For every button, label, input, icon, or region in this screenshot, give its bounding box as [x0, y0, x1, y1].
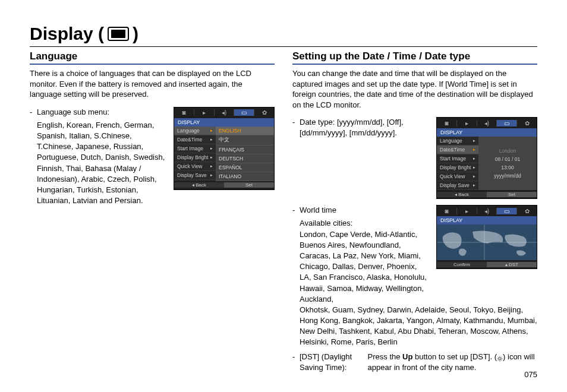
chevron-right-icon: ▸ [473, 174, 475, 179]
language-intro: There is a choice of languages that can … [30, 68, 275, 100]
menu-item: Display Save▸ [174, 171, 216, 180]
tab-settings-icon: ✿ [254, 109, 274, 116]
tab-play-icon: ▸ [457, 120, 477, 127]
menu-item: Display Bright▸ [174, 153, 216, 162]
menu-item: Date&Time▸ [437, 146, 478, 154]
title-suffix: ) [133, 24, 138, 44]
cam-header: DISPLAY [437, 128, 537, 137]
svg-line-9 [501, 361, 502, 361]
cam-body: Language▸ Date&Time▸ Start Image▸ Displa… [174, 127, 274, 181]
tab-display-icon: ▭ [497, 208, 517, 214]
cam-datetime-panel: London 08 / 01 / 01 13:00 yyyy/mm/dd [478, 137, 537, 190]
tab-settings-icon: ✿ [517, 120, 537, 127]
tab-sound-icon: ◂) [477, 208, 497, 214]
cam-header: DISPLAY [174, 118, 274, 127]
cam-tabs: ◙ ▸ ◂) ▭ ✿ [437, 206, 537, 216]
dst-label: [DST] (Daylight Saving Time): [300, 352, 362, 373]
format-value: yyyy/mm/dd [494, 172, 521, 180]
columns: Language There is a choice of languages … [30, 50, 537, 373]
cam-menu: Language▸ Date&Time▸ Start Image▸ Displa… [437, 137, 478, 190]
cities-continued: Okhotsk, Guam, Sydney, Darwin, Adelaide,… [292, 305, 537, 348]
cam-header: DISPLAY [437, 216, 537, 225]
chevron-right-icon: ▸ [473, 156, 475, 161]
tab-play-icon: ▸ [194, 109, 215, 116]
tab-sound-icon: ◂) [215, 109, 235, 116]
tab-camera-icon: ◙ [174, 109, 194, 116]
cam-tabs: ◙ ▸ ◂) ▭ ✿ [174, 108, 274, 118]
available-label: Available cities: [292, 218, 429, 229]
chevron-right-icon: ▸ [210, 128, 213, 133]
menu-item: Quick View▸ [174, 162, 216, 171]
set-button: Set [224, 182, 274, 188]
menu-item: Language▸ [437, 137, 478, 146]
chevron-right-icon: ▸ [210, 164, 213, 169]
monitor-icon [108, 27, 129, 41]
cam-footer: ◂ Back Set [437, 190, 537, 198]
menu-item: Date&Time▸ [174, 135, 216, 144]
title-rule [30, 46, 537, 47]
cities-short: London, Cape Verde, Mid-Atlantic, Buenos… [292, 229, 429, 305]
world-map-icon [437, 225, 537, 260]
tab-settings-icon: ✿ [517, 208, 537, 214]
datetype-label: Date type: [yyyy/mm/dd], [Off], [dd/mm/y… [292, 117, 429, 138]
datetype-text: Date type: [yyyy/mm/dd], [Off], [dd/mm/y… [292, 117, 429, 141]
up-button-ref: Up [402, 352, 412, 361]
world-map-body [437, 225, 537, 260]
date-value: 08 / 01 / 01 [495, 155, 521, 163]
language-heading: Language [30, 50, 275, 65]
time-value: 13:00 [501, 163, 514, 172]
value-item: ESPAÑOL [216, 163, 274, 172]
value-item: ENGLISH [216, 127, 274, 135]
set-button: Set [487, 192, 537, 197]
worldtime-label: World time [292, 205, 429, 216]
chevron-right-icon: ▸ [210, 137, 213, 142]
cam-menu: Language▸ Date&Time▸ Start Image▸ Displa… [174, 127, 216, 181]
camera-screen-datetime: ◙ ▸ ◂) ▭ ✿ DISPLAY Language▸ Date&Time▸ … [436, 117, 537, 199]
title-prefix: Display ( [30, 24, 104, 44]
worldtime-row: World time Available cities: London, Cap… [292, 205, 537, 305]
submenu-list: English, Korean, French, German, Spanish… [30, 120, 166, 207]
left-column: Language There is a choice of languages … [30, 50, 275, 373]
chevron-right-icon: ▸ [473, 165, 475, 170]
tab-camera-icon: ◙ [437, 120, 457, 127]
dst-row: [DST] (Daylight Saving Time): Press the … [292, 352, 537, 373]
tab-play-icon: ▸ [457, 208, 477, 214]
worldtime-text: World time Available cities: London, Cap… [292, 205, 429, 305]
chevron-right-icon: ▸ [210, 146, 213, 151]
chevron-right-icon: ▸ [473, 147, 475, 152]
svg-line-8 [498, 357, 499, 358]
menu-item: Start Image▸ [174, 144, 216, 153]
cam-body: Language▸ Date&Time▸ Start Image▸ Displa… [437, 137, 537, 190]
value-item: ITALIANO [216, 172, 274, 181]
page-number: 075 [524, 370, 537, 379]
datetime-heading: Setting up the Date / Time / Date type [292, 50, 537, 65]
cam-footer: Confirm ▴ DST [437, 260, 537, 268]
sun-icon [497, 354, 503, 360]
chevron-right-icon: ▸ [210, 173, 213, 178]
dst-button: ▴ DST [487, 262, 537, 267]
value-item: 中文 [216, 135, 274, 146]
camera-screen-language: ◙ ▸ ◂) ▭ ✿ DISPLAY Language▸ Date&Time▸ … [174, 107, 275, 190]
svg-line-11 [501, 357, 502, 358]
tab-sound-icon: ◂) [477, 120, 497, 127]
cam-tabs: ◙ ▸ ◂) ▭ ✿ [437, 118, 537, 128]
tab-display-icon: ▭ [234, 109, 254, 116]
camera-screen-worldmap: ◙ ▸ ◂) ▭ ✿ DISPLAY [436, 205, 537, 269]
language-submenu-row: Language sub menu: English, Korean, Fren… [30, 107, 275, 207]
manual-page: Display ( ) Language There is a choice o… [0, 0, 567, 392]
cam-values: ENGLISH 中文 FRANÇAIS DEUTSCH ESPAÑOL ITAL… [216, 127, 274, 181]
tab-camera-icon: ◙ [437, 208, 457, 214]
tab-display-icon: ▭ [497, 120, 517, 127]
chevron-right-icon: ▸ [210, 155, 213, 160]
svg-line-10 [498, 361, 499, 361]
menu-item: Quick View▸ [437, 172, 478, 181]
back-button: ◂ Back [174, 182, 224, 188]
menu-item: Language▸ [174, 127, 216, 135]
menu-item: Start Image▸ [437, 154, 478, 163]
value-item: FRANÇAIS [216, 146, 274, 154]
menu-item: Display Bright▸ [437, 163, 478, 172]
chevron-right-icon: ▸ [473, 183, 475, 188]
dst-desc: Press the Up button to set up [DST]. () … [368, 352, 537, 373]
svg-point-3 [499, 358, 501, 360]
cam-footer: ◂ Back Set [174, 181, 274, 189]
